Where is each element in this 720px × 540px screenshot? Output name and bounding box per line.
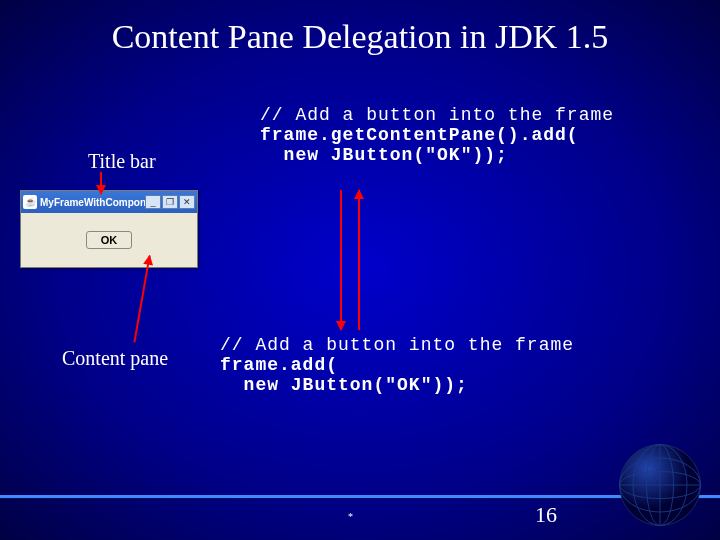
code-block-1: // Add a button into the frame frame.get… [260,105,614,165]
window-control-buttons: _ ❐ ✕ [145,195,195,209]
code-comment-1: // Add a button into the frame [260,105,614,125]
arrow-titlebar [100,172,102,194]
arrow-equivalence-2 [358,190,360,330]
arrow-equivalence-1 [340,190,342,330]
footer-mark: * [348,511,353,522]
ok-button: OK [86,231,133,249]
code-line-2-1: frame.add( [220,355,338,375]
code-line-1-1: frame.getContentPane().add( [260,125,579,145]
demo-window-title: MyFrameWithComponents [40,197,145,208]
maximize-button: ❐ [162,195,178,209]
code-block-2: // Add a button into the frame frame.add… [220,335,574,395]
footer-divider [0,495,720,498]
page-number: 16 [535,502,557,528]
java-icon: ☕ [23,195,37,209]
code-line-1-2: new JButton("OK")); [260,145,508,165]
minimize-button: _ [145,195,161,209]
code-line-2-2: new JButton("OK")); [220,375,468,395]
label-title-bar: Title bar [88,150,156,173]
code-comment-2: // Add a button into the frame [220,335,574,355]
slide-title: Content Pane Delegation in JDK 1.5 [0,0,720,56]
demo-window-titlebar: ☕ MyFrameWithComponents _ ❐ ✕ [21,191,197,213]
close-button: ✕ [179,195,195,209]
arrow-contentpane [133,255,150,342]
demo-window-content: OK [21,213,197,267]
globe-icon [615,440,705,530]
demo-window: ☕ MyFrameWithComponents _ ❐ ✕ OK [20,190,198,268]
label-content-pane: Content pane [62,347,168,370]
